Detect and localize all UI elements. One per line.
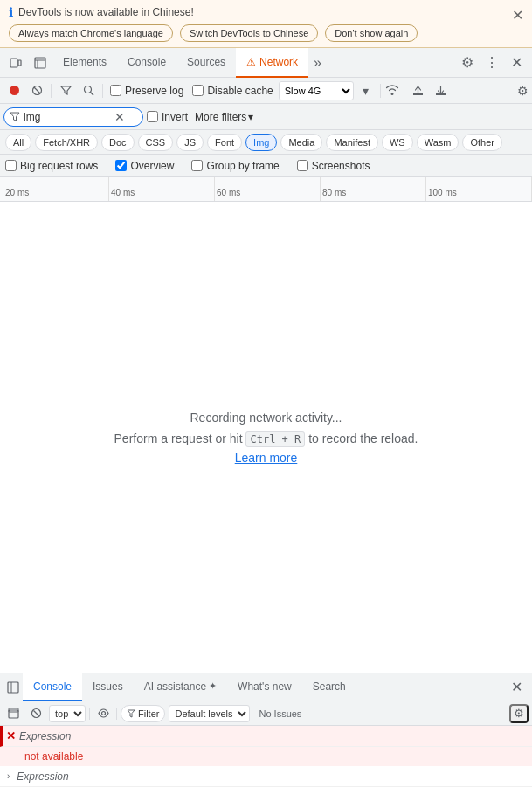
network-settings-icon[interactable]: ⚙ xyxy=(517,84,529,98)
type-chip-ws[interactable]: WS xyxy=(382,134,413,151)
tab-elements[interactable]: Elements xyxy=(52,48,117,78)
notification-buttons: Always match Chrome's language Switch De… xyxy=(9,24,523,42)
clear-button[interactable] xyxy=(26,80,47,101)
device-toggle-icon[interactable] xyxy=(3,51,28,75)
close-notification-button[interactable]: ✕ xyxy=(512,7,523,24)
bottom-tab-issues[interactable]: Issues xyxy=(82,673,134,701)
always-match-button[interactable]: Always match Chrome's language xyxy=(9,24,173,42)
timeline-header: 20 ms 40 ms 60 ms 80 ms 100 ms xyxy=(0,177,532,202)
invert-checkbox[interactable]: Invert xyxy=(147,111,188,123)
console-sidebar-toggle[interactable] xyxy=(3,678,23,697)
overview-input[interactable] xyxy=(115,160,127,171)
timeline-ticks: 20 ms 40 ms 60 ms 80 ms 100 ms xyxy=(3,177,532,201)
bottom-tab-ai-assistance[interactable]: AI assistance ✦ xyxy=(134,673,227,701)
bottom-panel: Console Issues AI assistance ✦ What's ne… xyxy=(0,673,532,787)
console-expression-1: Expression xyxy=(19,730,71,742)
console-filter-button[interactable]: Filter xyxy=(121,705,165,722)
console-clear-button[interactable] xyxy=(26,704,45,723)
type-chip-doc[interactable]: Doc xyxy=(101,134,135,151)
tab-more-button[interactable]: » xyxy=(308,55,327,71)
svg-rect-10 xyxy=(8,682,18,693)
devtools-settings-button[interactable]: ⚙ xyxy=(455,51,480,75)
dont-show-again-button[interactable]: Don't show again xyxy=(325,24,418,42)
info-icon: ℹ xyxy=(9,5,13,19)
console-area: ✕ Expression not available › Expression xyxy=(0,726,532,787)
ctrl-r-shortcut: Ctrl + R xyxy=(245,431,305,447)
upload-har-button[interactable] xyxy=(408,80,429,101)
console-row-error-1: ✕ Expression xyxy=(0,726,532,747)
screenshots-checkbox[interactable]: Screenshots xyxy=(297,160,370,172)
filter-clear-button[interactable]: ✕ xyxy=(114,111,125,123)
svg-rect-0 xyxy=(10,59,17,67)
filter-button[interactable] xyxy=(55,80,76,101)
main-tab-bar: Elements Console Sources ⚠ Network » ⚙ ⋮… xyxy=(0,48,532,78)
timeline-tick-20ms: 20 ms xyxy=(3,177,109,201)
error-icon-1: ✕ xyxy=(6,729,16,742)
download-har-button[interactable] xyxy=(431,80,452,101)
console-eye-button[interactable] xyxy=(93,704,113,723)
type-chip-wasm[interactable]: Wasm xyxy=(417,134,459,151)
bottom-panel-close-button[interactable]: ✕ xyxy=(504,675,529,700)
screenshots-input[interactable] xyxy=(297,160,308,171)
type-chip-manifest[interactable]: Manifest xyxy=(326,134,378,151)
record-button[interactable] xyxy=(3,80,24,101)
type-chip-all[interactable]: All xyxy=(5,134,31,151)
svg-line-9 xyxy=(90,93,93,96)
wifi-icon xyxy=(384,83,400,99)
bottom-tab-console[interactable]: Console xyxy=(23,673,82,701)
network-toolbar: Preserve log Disable cache Slow 4G No th… xyxy=(0,78,532,104)
console-row-2[interactable]: › Expression xyxy=(0,766,532,787)
perform-text: Perform a request or hit Ctrl + R to rec… xyxy=(114,431,418,445)
timeline-tick-100ms: 100 ms xyxy=(426,177,532,201)
switch-devtools-button[interactable]: Switch DevTools to Chinese xyxy=(180,24,318,42)
type-chip-media[interactable]: Media xyxy=(280,134,322,151)
type-filter-row: All Fetch/XHR Doc CSS JS Font Img Media … xyxy=(0,130,532,155)
console-new-window-button[interactable] xyxy=(3,704,23,723)
bottom-tab-search[interactable]: Search xyxy=(302,673,356,701)
type-chip-font[interactable]: Font xyxy=(207,134,242,151)
tab-network[interactable]: ⚠ Network xyxy=(236,48,308,78)
notification-title: ℹ DevTools is now available in Chinese! xyxy=(9,5,523,19)
disable-cache-checkbox[interactable]: Disable cache xyxy=(189,85,276,97)
type-chip-css[interactable]: CSS xyxy=(138,134,174,151)
tab-console[interactable]: Console xyxy=(117,48,176,78)
recording-text: Recording network activity... xyxy=(190,411,342,425)
console-context-select[interactable]: top xyxy=(49,705,86,722)
disable-cache-input[interactable] xyxy=(192,85,204,96)
type-chip-fetch-xhr[interactable]: Fetch/XHR xyxy=(35,134,98,151)
big-request-rows-checkbox[interactable]: Big request rows xyxy=(5,160,98,172)
preserve-log-checkbox[interactable]: Preserve log xyxy=(107,85,187,97)
big-request-rows-input[interactable] xyxy=(5,160,17,171)
notification-message: DevTools is now available in Chinese! xyxy=(18,6,194,18)
type-chip-other[interactable]: Other xyxy=(462,134,502,151)
learn-more-link[interactable]: Learn more xyxy=(235,451,298,465)
type-chip-js[interactable]: JS xyxy=(176,134,204,151)
devtools-more-options-button[interactable]: ⋮ xyxy=(480,51,504,75)
svg-point-8 xyxy=(84,86,91,93)
more-filters-button[interactable]: More filters ▾ xyxy=(191,111,257,123)
preserve-log-input[interactable] xyxy=(110,85,121,96)
chevron-right-icon[interactable]: › xyxy=(3,771,13,781)
type-chip-img[interactable]: Img xyxy=(245,134,277,151)
group-by-frame-input[interactable] xyxy=(191,160,203,171)
console-levels-select[interactable]: Default levels Verbose Info Warnings Err… xyxy=(169,705,250,722)
filter-input[interactable] xyxy=(24,111,111,123)
console-expression-2: Expression xyxy=(17,770,68,783)
overview-checkbox[interactable]: Overview xyxy=(115,160,174,172)
devtools-close-button[interactable]: ✕ xyxy=(504,51,529,75)
notification-bar: ℹ DevTools is now available in Chinese! … xyxy=(0,0,532,48)
search-button[interactable] xyxy=(78,80,99,101)
invert-input[interactable] xyxy=(147,111,158,122)
tab-sources[interactable]: Sources xyxy=(176,48,236,78)
network-options-row: Big request rows Overview Group by frame… xyxy=(0,155,532,177)
network-area: Recording network activity... Perform a … xyxy=(0,202,532,673)
elements-panel-icon[interactable] xyxy=(28,51,52,75)
not-available-text: not available xyxy=(24,750,83,763)
group-by-frame-checkbox[interactable]: Group by frame xyxy=(191,160,279,172)
svg-rect-1 xyxy=(18,60,21,66)
network-empty-state: Recording network activity... Perform a … xyxy=(0,202,532,673)
console-settings-button[interactable]: ⚙ xyxy=(509,704,529,723)
no-issues-badge: No Issues xyxy=(253,708,307,719)
throttle-select[interactable]: Slow 4G No throttling Fast 3G Slow 3G Of… xyxy=(279,81,354,100)
bottom-tab-whats-new[interactable]: What's new xyxy=(227,673,302,701)
